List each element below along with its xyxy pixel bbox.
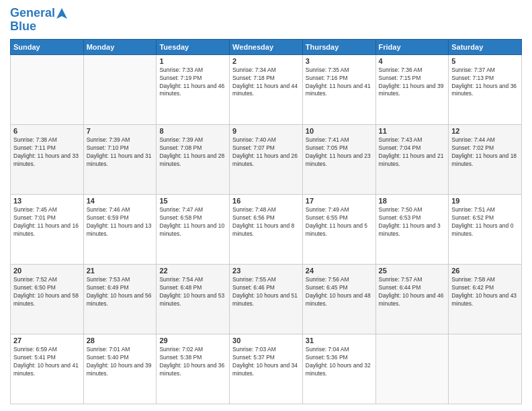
day-number: 16 <box>232 197 300 205</box>
week-row-4: 27Sunrise: 6:59 AM Sunset: 5:41 PM Dayli… <box>11 334 522 404</box>
calendar-cell: 5Sunrise: 7:37 AM Sunset: 7:13 PM Daylig… <box>449 54 522 124</box>
weekday-tuesday: Tuesday <box>157 39 230 54</box>
weekday-saturday: Saturday <box>449 39 522 54</box>
calendar-cell: 8Sunrise: 7:39 AM Sunset: 7:08 PM Daylig… <box>157 124 230 194</box>
weekday-header-row: SundayMondayTuesdayWednesdayThursdayFrid… <box>11 39 522 54</box>
day-info: Sunrise: 7:03 AM Sunset: 5:37 PM Dayligh… <box>232 346 300 378</box>
week-row-2: 13Sunrise: 7:45 AM Sunset: 7:01 PM Dayli… <box>11 194 522 264</box>
logo: General Blue <box>10 7 69 34</box>
day-number: 28 <box>87 336 154 345</box>
calendar-cell <box>449 334 522 404</box>
calendar-cell: 16Sunrise: 7:48 AM Sunset: 6:56 PM Dayli… <box>230 194 303 264</box>
day-info: Sunrise: 7:41 AM Sunset: 7:05 PM Dayligh… <box>306 136 373 169</box>
day-number: 20 <box>13 267 81 275</box>
day-info: Sunrise: 7:40 AM Sunset: 7:07 PM Dayligh… <box>232 136 300 169</box>
day-info: Sunrise: 7:56 AM Sunset: 6:45 PM Dayligh… <box>306 276 373 308</box>
day-info: Sunrise: 7:35 AM Sunset: 7:16 PM Dayligh… <box>306 66 373 99</box>
day-info: Sunrise: 7:39 AM Sunset: 7:08 PM Dayligh… <box>159 136 226 169</box>
day-info: Sunrise: 7:39 AM Sunset: 7:10 PM Dayligh… <box>87 136 154 169</box>
day-number: 11 <box>379 127 446 135</box>
day-info: Sunrise: 7:53 AM Sunset: 6:49 PM Dayligh… <box>87 276 154 308</box>
calendar-cell: 11Sunrise: 7:43 AM Sunset: 7:04 PM Dayli… <box>375 124 449 194</box>
calendar-cell: 22Sunrise: 7:54 AM Sunset: 6:48 PM Dayli… <box>157 264 230 334</box>
day-number: 4 <box>379 57 446 65</box>
day-number: 24 <box>306 267 373 275</box>
calendar-cell: 1Sunrise: 7:33 AM Sunset: 7:19 PM Daylig… <box>157 54 230 124</box>
logo-text: General <box>10 7 55 20</box>
calendar-cell: 9Sunrise: 7:40 AM Sunset: 7:07 PM Daylig… <box>230 124 303 194</box>
calendar-cell: 18Sunrise: 7:50 AM Sunset: 6:53 PM Dayli… <box>375 194 449 264</box>
week-row-1: 6Sunrise: 7:38 AM Sunset: 7:11 PM Daylig… <box>11 124 522 194</box>
calendar-cell: 24Sunrise: 7:56 AM Sunset: 6:45 PM Dayli… <box>302 264 375 334</box>
day-info: Sunrise: 7:44 AM Sunset: 7:02 PM Dayligh… <box>451 136 519 169</box>
calendar-cell: 21Sunrise: 7:53 AM Sunset: 6:49 PM Dayli… <box>83 264 157 334</box>
day-number: 26 <box>451 267 519 275</box>
day-number: 10 <box>306 127 373 135</box>
day-info: Sunrise: 7:04 AM Sunset: 5:36 PM Dayligh… <box>306 346 373 378</box>
day-number: 17 <box>306 197 373 205</box>
day-number: 23 <box>232 267 300 275</box>
day-number: 9 <box>232 127 300 135</box>
calendar-cell: 10Sunrise: 7:41 AM Sunset: 7:05 PM Dayli… <box>302 124 375 194</box>
logo-icon <box>55 7 69 20</box>
day-info: Sunrise: 7:50 AM Sunset: 6:53 PM Dayligh… <box>379 206 446 238</box>
calendar-cell: 4Sunrise: 7:36 AM Sunset: 7:15 PM Daylig… <box>375 54 449 124</box>
calendar-cell: 26Sunrise: 7:58 AM Sunset: 6:42 PM Dayli… <box>449 264 522 334</box>
calendar-cell: 13Sunrise: 7:45 AM Sunset: 7:01 PM Dayli… <box>11 194 84 264</box>
weekday-thursday: Thursday <box>302 39 375 54</box>
day-info: Sunrise: 7:51 AM Sunset: 6:52 PM Dayligh… <box>451 206 519 238</box>
day-info: Sunrise: 7:54 AM Sunset: 6:48 PM Dayligh… <box>159 276 226 308</box>
calendar-cell: 27Sunrise: 6:59 AM Sunset: 5:41 PM Dayli… <box>11 334 84 404</box>
calendar-cell: 29Sunrise: 7:02 AM Sunset: 5:38 PM Dayli… <box>157 334 230 404</box>
day-number: 27 <box>13 336 81 345</box>
calendar-cell <box>11 54 84 124</box>
day-number: 7 <box>87 127 154 135</box>
calendar-cell: 15Sunrise: 7:47 AM Sunset: 6:58 PM Dayli… <box>157 194 230 264</box>
calendar-cell: 23Sunrise: 7:55 AM Sunset: 6:46 PM Dayli… <box>230 264 303 334</box>
day-info: Sunrise: 7:34 AM Sunset: 7:18 PM Dayligh… <box>232 66 300 99</box>
day-info: Sunrise: 7:36 AM Sunset: 7:15 PM Dayligh… <box>379 66 446 99</box>
day-number: 30 <box>232 336 300 345</box>
calendar-cell <box>83 54 157 124</box>
weekday-sunday: Sunday <box>11 39 84 54</box>
day-info: Sunrise: 7:48 AM Sunset: 6:56 PM Dayligh… <box>232 206 300 238</box>
day-number: 29 <box>159 336 226 345</box>
calendar-cell: 12Sunrise: 7:44 AM Sunset: 7:02 PM Dayli… <box>449 124 522 194</box>
calendar-cell: 17Sunrise: 7:49 AM Sunset: 6:55 PM Dayli… <box>302 194 375 264</box>
day-number: 6 <box>13 127 81 135</box>
day-number: 31 <box>306 336 373 345</box>
calendar-cell: 28Sunrise: 7:01 AM Sunset: 5:40 PM Dayli… <box>83 334 157 404</box>
calendar-cell: 3Sunrise: 7:35 AM Sunset: 7:16 PM Daylig… <box>302 54 375 124</box>
day-number: 25 <box>379 267 446 275</box>
weekday-friday: Friday <box>375 39 449 54</box>
day-info: Sunrise: 7:43 AM Sunset: 7:04 PM Dayligh… <box>379 136 446 169</box>
day-info: Sunrise: 7:47 AM Sunset: 6:58 PM Dayligh… <box>159 206 226 238</box>
day-info: Sunrise: 7:57 AM Sunset: 6:44 PM Dayligh… <box>379 276 446 308</box>
day-number: 13 <box>13 197 81 205</box>
calendar-cell: 19Sunrise: 7:51 AM Sunset: 6:52 PM Dayli… <box>449 194 522 264</box>
day-number: 21 <box>87 267 154 275</box>
calendar-cell <box>375 334 449 404</box>
day-info: Sunrise: 7:02 AM Sunset: 5:38 PM Dayligh… <box>159 346 226 378</box>
calendar-cell: 7Sunrise: 7:39 AM Sunset: 7:10 PM Daylig… <box>83 124 157 194</box>
day-info: Sunrise: 7:01 AM Sunset: 5:40 PM Dayligh… <box>87 346 154 378</box>
calendar-cell: 31Sunrise: 7:04 AM Sunset: 5:36 PM Dayli… <box>302 334 375 404</box>
page-header: General Blue <box>10 7 522 34</box>
svg-marker-0 <box>56 8 67 19</box>
week-row-0: 1Sunrise: 7:33 AM Sunset: 7:19 PM Daylig… <box>11 54 522 124</box>
day-number: 12 <box>451 127 519 135</box>
calendar-cell: 14Sunrise: 7:46 AM Sunset: 6:59 PM Dayli… <box>83 194 157 264</box>
day-info: Sunrise: 7:55 AM Sunset: 6:46 PM Dayligh… <box>232 276 300 308</box>
day-number: 14 <box>87 197 154 205</box>
day-number: 18 <box>379 197 446 205</box>
day-info: Sunrise: 7:45 AM Sunset: 7:01 PM Dayligh… <box>13 206 81 238</box>
day-number: 19 <box>451 197 519 205</box>
day-info: Sunrise: 6:59 AM Sunset: 5:41 PM Dayligh… <box>13 346 81 378</box>
week-row-3: 20Sunrise: 7:52 AM Sunset: 6:50 PM Dayli… <box>11 264 522 334</box>
calendar-cell: 25Sunrise: 7:57 AM Sunset: 6:44 PM Dayli… <box>375 264 449 334</box>
day-info: Sunrise: 7:46 AM Sunset: 6:59 PM Dayligh… <box>87 206 154 238</box>
calendar-cell: 20Sunrise: 7:52 AM Sunset: 6:50 PM Dayli… <box>11 264 84 334</box>
day-number: 5 <box>451 57 519 65</box>
calendar-cell: 2Sunrise: 7:34 AM Sunset: 7:18 PM Daylig… <box>230 54 303 124</box>
calendar-table: SundayMondayTuesdayWednesdayThursdayFrid… <box>10 39 522 404</box>
